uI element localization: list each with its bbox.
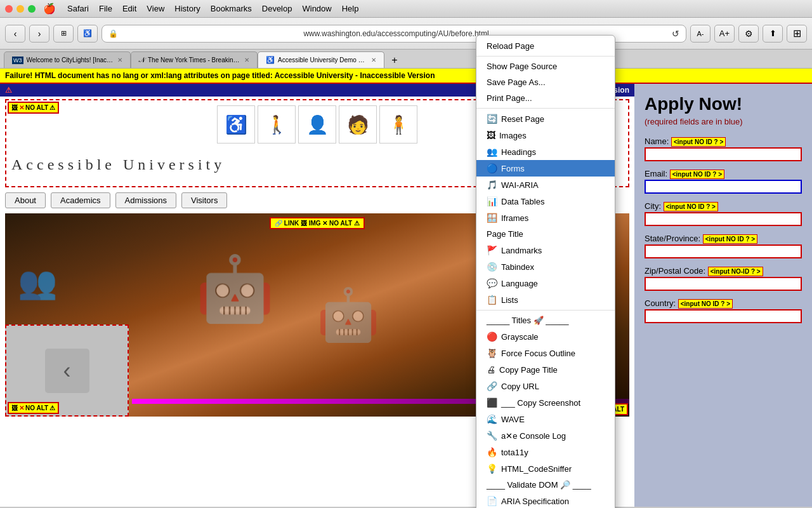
uni-icon-3: 👤 (298, 105, 336, 144)
menu-item-show-page-source[interactable]: Show Page Source (476, 58, 615, 74)
uni-icon-5: 🧍 (379, 105, 417, 144)
menu-item-a-e-console-log[interactable]: 🔧a✕e Console Log (476, 427, 615, 444)
menu-item-images[interactable]: 🖼Images (476, 127, 615, 144)
menu-history[interactable]: History (174, 4, 200, 13)
tab-close-au[interactable]: ✕ (371, 57, 376, 64)
zip-label-text: Zip/Postal Code: (645, 266, 708, 276)
menu-icon: ⬛ (487, 398, 497, 408)
menu-item-copy-url[interactable]: 🔗Copy URL (476, 378, 615, 394)
font-increase-button[interactable]: A+ (714, 25, 735, 43)
share-button[interactable]: ⬆ (763, 25, 783, 43)
menu-item-aria-specification[interactable]: 📄ARIA Specification (476, 493, 615, 508)
menu-item-wai-aria[interactable]: 🎵WAI-ARIA (476, 177, 615, 193)
menu-item-reload-page[interactable]: Reload Page (476, 38, 615, 54)
email-input[interactable] (645, 180, 802, 194)
menu-safari[interactable]: Safari (67, 4, 89, 13)
tab-close-citylights[interactable]: ✕ (117, 57, 122, 64)
name-label: Name: <input NO ID ? > (645, 137, 802, 146)
crowd-bg: 👥 (18, 264, 57, 301)
city-input[interactable] (645, 212, 802, 226)
menu-bookmarks[interactable]: Bookmarks (211, 4, 252, 13)
nav-about[interactable]: About (5, 192, 46, 208)
reader-button[interactable]: ♿ (77, 25, 98, 43)
menu-icon: 🚩 (487, 245, 497, 255)
email-input-badge: <input NO ID ? > (670, 170, 724, 179)
menu-item-force-focus-outline[interactable]: 🦉Force Focus Outline (476, 345, 615, 361)
tab-accessible-university[interactable]: ♿ Accessible University Demo Site - Inac… (258, 51, 384, 68)
tab-close-nytimes[interactable]: ✕ (244, 57, 249, 64)
extensions-button[interactable]: ⚙ (738, 25, 759, 43)
menu-item-reset-page[interactable]: 🔄Reset Page (476, 110, 615, 127)
menu-item-landmarks[interactable]: 🚩Landmarks (476, 242, 615, 258)
menu-label: Iframes (501, 213, 528, 223)
menu-icon: 🔄 (487, 114, 497, 124)
city-input-badge: <input NO ID ? > (664, 202, 718, 211)
menu-item-save-page-as---[interactable]: Save Page As... (476, 74, 615, 90)
nav-visitors[interactable]: Visitors (181, 192, 227, 208)
menu-item-----copy-screenshot[interactable]: ⬛___ Copy Screenshot (476, 394, 615, 411)
uni-icon-1: ♿ (217, 105, 255, 144)
menu-item-data-tables[interactable]: 📊Data Tables (476, 193, 615, 210)
menu-icon: 🎵 (487, 180, 497, 190)
minimize-button[interactable] (16, 5, 24, 13)
menu-view[interactable]: View (147, 4, 164, 13)
state-input-badge: <input NO ID ? > (703, 234, 757, 244)
new-tab-plus-button[interactable]: + (387, 53, 402, 68)
tab-nytimes[interactable]: 𝒩 The New York Times - Breaking News, Wo… (131, 51, 258, 68)
menu-window[interactable]: Window (302, 4, 331, 13)
apply-subtitle: (required fields are in blue) (645, 117, 802, 126)
menu-item-grayscale[interactable]: 🔴Grayscale (476, 328, 615, 345)
country-input[interactable] (645, 309, 802, 323)
name-input[interactable] (645, 147, 802, 161)
menu-file[interactable]: File (99, 4, 112, 13)
back-button[interactable]: ‹ (5, 25, 25, 43)
menu-item-print-page---[interactable]: Print Page... (476, 90, 615, 106)
apple-menu-icon[interactable]: 🍎 (43, 3, 56, 15)
new-tab-button[interactable]: ⊞ (787, 25, 807, 43)
menu-item-tabindex[interactable]: 💿Tabindex (476, 258, 615, 275)
zip-label: Zip/Postal Code: <input NO-ID ? > (645, 266, 802, 276)
close-button[interactable] (5, 5, 13, 13)
menu-item-------titles---------[interactable]: _____ Titles 🚀 _____ (476, 312, 615, 328)
menu-label: Tabindex (501, 262, 534, 272)
menu-separator (476, 56, 615, 57)
menu-separator (476, 310, 615, 311)
menu-item-wave[interactable]: 🌊WAVE (476, 411, 615, 427)
menu-item-html-codesniffer[interactable]: 💡HTML_CodeSniffer (476, 460, 615, 477)
menu-item-lists[interactable]: 📋Lists (476, 291, 615, 308)
menu-icon: 🔴 (487, 331, 497, 342)
menu-separator (476, 108, 615, 109)
reload-button[interactable]: ↺ (672, 29, 679, 39)
menu-help[interactable]: Help (342, 4, 359, 13)
menu-develop[interactable]: Develop (262, 4, 292, 13)
menu-item-tota11y[interactable]: 🔥tota11y (476, 444, 615, 460)
menu-item-copy-page-title[interactable]: 🖨Copy Page Title (476, 361, 615, 378)
menu-item-forms[interactable]: 🔵Forms (476, 160, 615, 177)
nav-admissions[interactable]: Admissions (115, 192, 176, 208)
carousel-prev-button[interactable]: ‹ (45, 349, 89, 393)
menu-item-headings[interactable]: 👥Headings (476, 144, 615, 160)
form-field-country: Country: <input NO ID ? > (645, 298, 802, 323)
country-input-badge: <input NO ID ? > (678, 299, 733, 309)
tab-citylights[interactable]: W3 Welcome to CityLights! [Inaccessible … (4, 51, 131, 68)
zip-input[interactable] (645, 277, 802, 291)
menu-item-language[interactable]: 💬Language (476, 275, 615, 291)
city-label: City: <input NO ID ? > (645, 201, 802, 211)
menu-item------validate-dom--------[interactable]: ____ Validate DOM 🔎 ____ (476, 477, 615, 493)
menu-item-iframes[interactable]: 🪟Iframes (476, 210, 615, 226)
fullscreen-button[interactable] (28, 5, 36, 13)
menu-label: Data Tables (501, 197, 544, 206)
menu-icon: 📋 (487, 295, 497, 305)
menu-item-page-title[interactable]: Page Title (476, 226, 615, 242)
menu-label: HTML_CodeSniffer (501, 464, 572, 474)
tab-label-nytimes: The New York Times - Breaking News, Worl… (148, 57, 241, 64)
img-badge-icon: 🖼 (11, 104, 18, 111)
font-decrease-button[interactable]: A- (690, 25, 710, 43)
uni-icon-4: 🧑 (339, 105, 377, 144)
forward-button[interactable]: › (29, 25, 49, 43)
state-input[interactable] (645, 244, 802, 258)
x-icon-2: ✕ (19, 404, 24, 411)
show-tab-overview-button[interactable]: ⊞ (53, 25, 74, 43)
nav-academics[interactable]: Academics (51, 192, 110, 208)
menu-edit[interactable]: Edit (122, 4, 136, 13)
